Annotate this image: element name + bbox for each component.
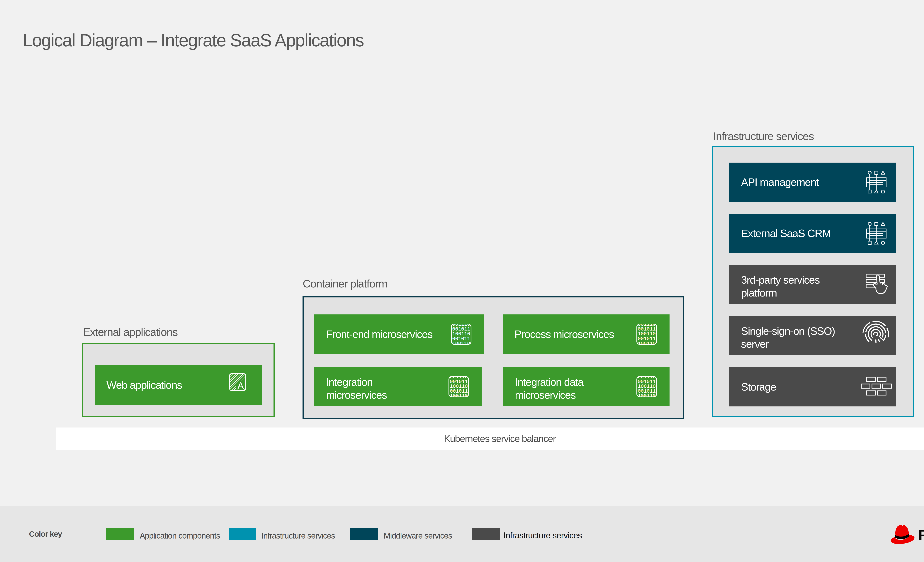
svg-text:A: A <box>237 380 244 391</box>
